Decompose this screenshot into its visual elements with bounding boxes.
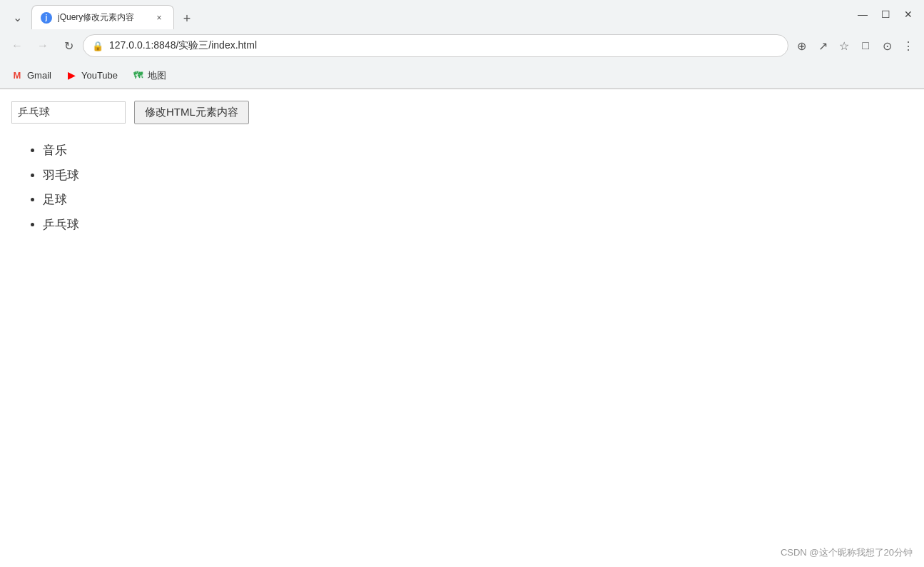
- page-content: 修改HTML元素内容 音乐 羽毛球 足球 乒乓球 CSDN @这个昵称我想了20…: [0, 89, 924, 567]
- url-bar[interactable]: 🔒 127.0.0.1:8848/实验三/index.html: [83, 34, 788, 57]
- forward-button[interactable]: →: [31, 34, 54, 57]
- controls-area: 修改HTML元素内容: [11, 101, 913, 124]
- browser-actions: ⊕ ↗ ☆ □ ⊙ ⋮: [791, 36, 918, 56]
- share-button[interactable]: ↗: [813, 36, 833, 56]
- close-button[interactable]: ✕: [898, 4, 918, 24]
- new-tab-button[interactable]: +: [177, 9, 197, 29]
- list-area: 音乐 羽毛球 足球 乒乓球: [26, 139, 913, 237]
- maps-icon: 🗺: [132, 70, 143, 81]
- content-input[interactable]: [11, 101, 126, 124]
- tab-list-button[interactable]: ⌄: [6, 6, 29, 29]
- title-bar: ⌄ j jQuery修改元素内容 × + — ☐: [0, 0, 924, 29]
- list-item: 乒乓球: [43, 213, 913, 238]
- maximize-button[interactable]: ☐: [875, 4, 895, 24]
- zoom-button[interactable]: ⊕: [791, 36, 811, 56]
- tab-close-button[interactable]: ×: [153, 12, 165, 24]
- bookmark-gmail[interactable]: M Gmail: [6, 67, 57, 84]
- tab-favicon: j: [41, 12, 52, 24]
- bookmarks-bar: M Gmail ▶ YouTube 🗺 地图: [0, 63, 924, 89]
- youtube-icon: ▶: [66, 70, 77, 81]
- watermark: CSDN @这个昵称我想了20分钟: [781, 546, 913, 559]
- bookmark-maps-label: 地图: [148, 69, 166, 82]
- url-text: 127.0.0.1:8848/实验三/index.html: [109, 39, 779, 52]
- bookmark-maps[interactable]: 🗺 地图: [126, 66, 172, 85]
- address-bar: ← → ↻ 🔒 127.0.0.1:8848/实验三/index.html ⊕ …: [0, 29, 924, 63]
- tabs-area: ⌄ j jQuery修改元素内容 × +: [6, 0, 197, 29]
- tab-title: jQuery修改元素内容: [58, 11, 148, 24]
- ssl-lock-icon: 🔒: [92, 41, 103, 51]
- extension-button[interactable]: □: [856, 36, 875, 56]
- window-controls: — ☐ ✕: [853, 4, 918, 24]
- gmail-icon: M: [11, 70, 23, 81]
- items-list: 音乐 羽毛球 足球 乒乓球: [26, 139, 913, 237]
- modify-button[interactable]: 修改HTML元素内容: [134, 101, 249, 124]
- bookmark-gmail-label: Gmail: [27, 70, 51, 81]
- profile-button[interactable]: ⊙: [877, 36, 897, 56]
- list-item: 羽毛球: [43, 164, 913, 189]
- list-item: 音乐: [43, 139, 913, 164]
- active-tab[interactable]: j jQuery修改元素内容 ×: [31, 5, 174, 29]
- list-item: 足球: [43, 188, 913, 213]
- bookmark-youtube[interactable]: ▶ YouTube: [60, 67, 123, 84]
- bookmark-button[interactable]: ☆: [834, 36, 854, 56]
- bookmark-youtube-label: YouTube: [81, 70, 118, 81]
- refresh-button[interactable]: ↻: [57, 34, 80, 57]
- browser-chrome: ⌄ j jQuery修改元素内容 × + — ☐: [0, 0, 924, 89]
- back-button[interactable]: ←: [6, 34, 29, 57]
- menu-button[interactable]: ⋮: [898, 36, 918, 56]
- minimize-button[interactable]: —: [853, 4, 873, 24]
